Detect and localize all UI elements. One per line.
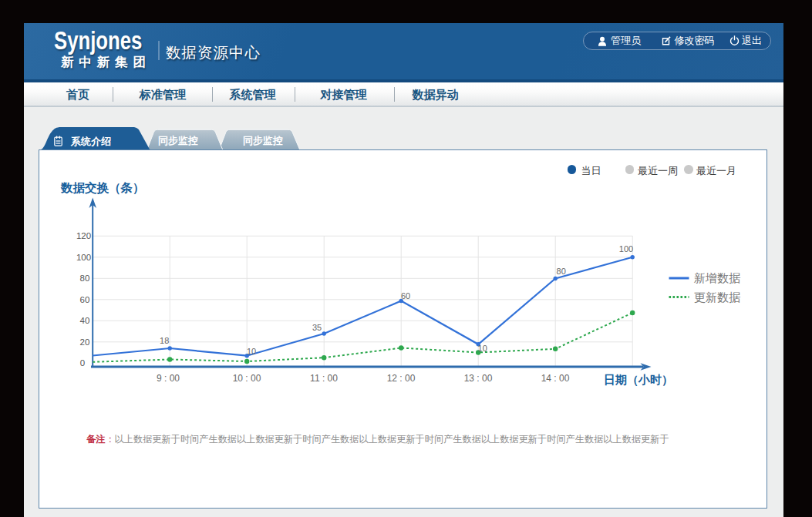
svg-text:80: 80 [79,274,89,283]
svg-text:60: 60 [400,291,409,300]
svg-text:13 : 00: 13 : 00 [463,373,492,384]
svg-text:35: 35 [312,323,321,332]
svg-text:120: 120 [76,231,90,240]
svg-text:系统介绍: 系统介绍 [70,136,111,147]
svg-text:9 : 00: 9 : 00 [156,373,179,384]
svg-text:100: 100 [76,253,90,262]
svg-text:新增数据: 新增数据 [694,271,740,284]
svg-text:数据交换（条）: 数据交换（条） [60,181,145,195]
svg-text:80: 80 [556,267,565,276]
svg-text:10: 10 [477,344,487,353]
svg-text:0: 0 [79,358,84,368]
svg-text:11 : 00: 11 : 00 [310,373,338,384]
svg-text:同步监控: 同步监控 [158,135,198,146]
svg-text:14 : 00: 14 : 00 [541,373,569,384]
svg-text:日期（小时）: 日期（小时） [604,373,673,387]
svg-text:18: 18 [160,336,169,345]
svg-text:10: 10 [246,347,255,356]
svg-text:100: 100 [618,244,632,253]
svg-text:10 : 00: 10 : 00 [232,373,261,384]
svg-text:同步监控: 同步监控 [243,135,283,146]
svg-text:40: 40 [79,316,89,325]
svg-text:更新数据: 更新数据 [694,290,740,304]
svg-text:60: 60 [79,295,89,304]
svg-text:12 : 00: 12 : 00 [386,373,415,384]
svg-text:20: 20 [79,337,89,347]
